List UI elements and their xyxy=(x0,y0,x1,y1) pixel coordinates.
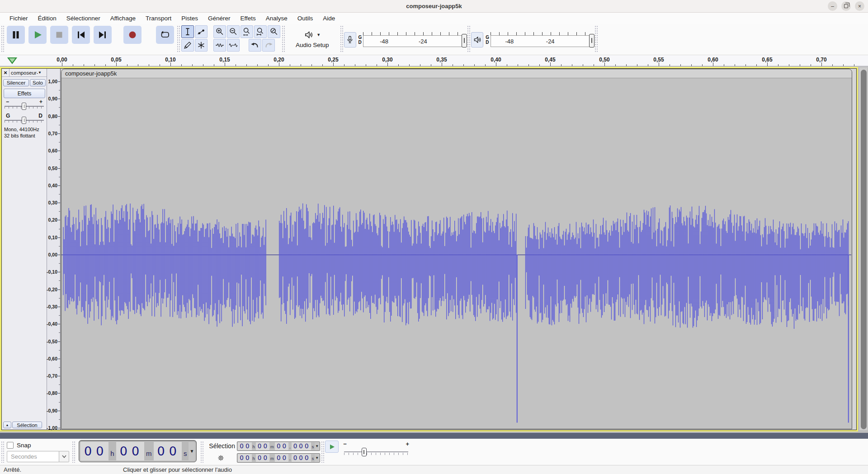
collapse-track-button[interactable]: ▲ xyxy=(3,422,11,428)
record-meter-ticks xyxy=(363,32,466,35)
zoom-selection-icon xyxy=(242,27,252,37)
toolbar-grip[interactable] xyxy=(321,441,324,463)
pause-button[interactable] xyxy=(7,26,25,44)
snap-units-select[interactable]: Secondes xyxy=(7,451,59,462)
bottom-dock: Snap Secondes 00h00m00s ▼ Sélection xyxy=(0,439,868,465)
chevron-down-icon: ▼ xyxy=(316,33,321,37)
menu-item[interactable]: Sélectionner xyxy=(61,14,105,23)
audio-position-display[interactable]: 00h00m00s ▼ xyxy=(79,440,197,462)
snap-checkbox[interactable] xyxy=(7,442,14,449)
effects-button[interactable]: Effets xyxy=(4,89,45,98)
select-track-button[interactable]: Sélection xyxy=(12,422,42,428)
menu-item[interactable]: Effets xyxy=(235,14,260,23)
play-speed-slider[interactable]: − + xyxy=(342,441,410,460)
menu-item[interactable]: Fichier xyxy=(5,14,33,23)
draw-tool-button[interactable] xyxy=(181,39,194,52)
track-content: composeur-joapp5k xyxy=(61,69,856,430)
toolbar-grip[interactable] xyxy=(594,25,598,53)
selection-settings-gear-icon[interactable] xyxy=(217,454,225,462)
toolbar-grip[interactable] xyxy=(467,25,470,53)
track-close-button[interactable]: × xyxy=(2,69,9,77)
selection-tool-button[interactable] xyxy=(181,25,194,38)
menu-item[interactable]: Analyse xyxy=(261,14,292,23)
track-name[interactable]: composeur-j xyxy=(9,70,38,76)
timeline-options-icon[interactable] xyxy=(7,57,17,64)
record-meter-label-24: -24 xyxy=(419,38,427,44)
skip-to-end-button[interactable] xyxy=(94,26,112,44)
selection-end-field[interactable]: 00h00m00,000s ▼ xyxy=(237,453,320,463)
audio-setup-button[interactable]: ▼ Audio Setup xyxy=(286,24,339,55)
play-button[interactable] xyxy=(28,26,47,44)
undo-button[interactable] xyxy=(249,39,261,52)
zoom-toggle-button[interactable] xyxy=(268,25,280,38)
timeline-ruler[interactable]: 0,000,050,100,150,200,250,300,350,400,45… xyxy=(0,55,868,66)
toolbar-grip[interactable] xyxy=(1,25,4,53)
loop-button[interactable] xyxy=(156,26,174,44)
waveform-canvas[interactable] xyxy=(61,69,856,430)
menu-item[interactable]: Outils xyxy=(292,14,318,23)
solo-button[interactable]: Solo xyxy=(30,79,46,86)
toolbar-grip[interactable] xyxy=(72,441,75,463)
track-format-info: Mono, 44100Hz 32 bits flottant xyxy=(4,127,39,139)
trim-audio-button[interactable] xyxy=(213,39,226,52)
play-icon xyxy=(328,443,335,450)
menu-item[interactable]: Pistes xyxy=(176,14,203,23)
time-group: 00, xyxy=(275,454,292,462)
record-meter-button[interactable] xyxy=(344,32,356,47)
toolbar-grip[interactable] xyxy=(200,441,203,463)
toolbar-grip[interactable] xyxy=(1,441,4,463)
toolbar-grip[interactable] xyxy=(177,25,180,53)
minimize-button[interactable]: – xyxy=(828,1,837,11)
stop-icon xyxy=(54,29,65,40)
close-button[interactable]: × xyxy=(855,1,864,11)
pan-right-label: D xyxy=(38,113,42,119)
track-depth-info: 32 bits flottant xyxy=(4,133,39,139)
menu-item[interactable]: Générer xyxy=(203,14,236,23)
record-button[interactable] xyxy=(123,26,142,44)
snap-units-dropdown-button[interactable] xyxy=(59,451,69,462)
speed-slider-thumb[interactable] xyxy=(362,448,367,456)
record-meter-handle[interactable] xyxy=(462,34,467,47)
selection-toolbar: Sélection 00h00m00,000s ▼ 00h00m00,000s … xyxy=(204,439,320,465)
selection-start-field[interactable]: 00h00m00,000s ▼ xyxy=(237,441,320,451)
vertical-ruler[interactable]: 1,000,900,800,700,600,500,400,300,200,10… xyxy=(47,69,61,430)
playback-channel-left: G xyxy=(486,35,489,40)
playback-channel-right: D xyxy=(486,40,489,45)
selection-end-dropdown-icon[interactable]: ▼ xyxy=(315,454,319,462)
record-channel-left: G xyxy=(359,35,362,40)
record-meter[interactable]: -48 -24 xyxy=(363,31,466,48)
zoom-out-button[interactable] xyxy=(227,25,240,38)
zoom-selection-button[interactable] xyxy=(241,25,253,38)
menu-item[interactable]: Édition xyxy=(33,14,61,23)
horizontal-scrollbar[interactable] xyxy=(0,433,868,439)
playback-meter-button[interactable] xyxy=(471,32,483,47)
time-format-dropdown-icon[interactable]: ▼ xyxy=(189,442,195,460)
envelope-tool-button[interactable] xyxy=(195,25,208,38)
zoom-in-button[interactable] xyxy=(213,25,226,38)
silence-audio-button[interactable] xyxy=(227,39,240,52)
toolbar-grip[interactable] xyxy=(282,25,285,53)
play-at-speed-button[interactable] xyxy=(325,441,339,453)
mute-button[interactable]: Silencer xyxy=(3,79,29,86)
playback-meter[interactable]: -48 -24 xyxy=(491,31,594,48)
playback-meter-handle[interactable] xyxy=(589,34,594,47)
window-controls: – × xyxy=(828,1,864,11)
redo-button[interactable] xyxy=(262,39,275,52)
menu-item[interactable]: Affichage xyxy=(105,14,141,23)
restore-button[interactable] xyxy=(841,1,851,11)
skip-to-start-button[interactable] xyxy=(72,26,90,44)
pan-slider[interactable] xyxy=(22,117,26,124)
vertical-scrollbar-thumb[interactable] xyxy=(861,70,867,429)
toolbar-grip[interactable] xyxy=(340,25,343,53)
toolbar-dock: ▼ Audio Setup G D -48 -24 xyxy=(0,24,868,55)
selection-start-dropdown-icon[interactable]: ▼ xyxy=(315,442,319,450)
multi-tool-button[interactable] xyxy=(195,39,208,52)
gain-slider[interactable] xyxy=(22,103,26,110)
vertical-scrollbar[interactable] xyxy=(859,68,868,430)
menu-item[interactable]: Transport xyxy=(141,14,176,23)
zoom-fit-project-button[interactable] xyxy=(254,25,267,38)
stop-button[interactable] xyxy=(50,26,68,44)
menu-item[interactable]: Aide xyxy=(318,14,340,23)
record-meter-label-48: -48 xyxy=(380,38,388,44)
track-menu-icon[interactable]: ▼ xyxy=(38,71,42,75)
